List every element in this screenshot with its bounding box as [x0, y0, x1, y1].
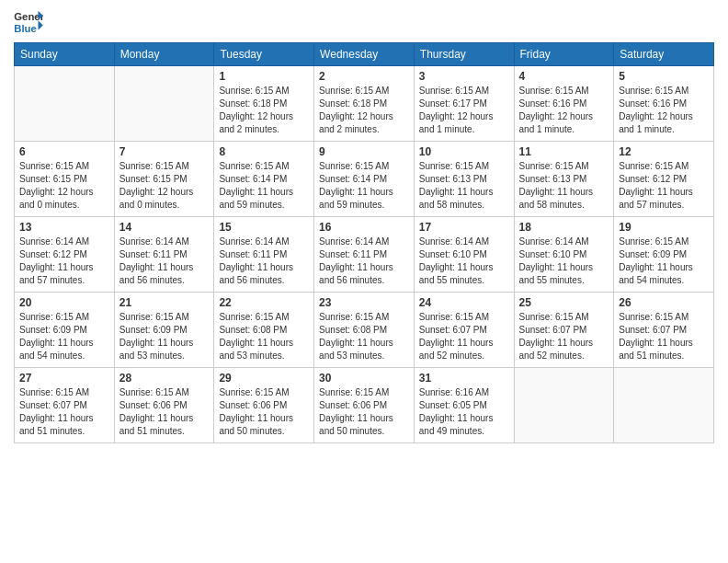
- day-number: 14: [119, 221, 210, 234]
- calendar-cell: 27Sunrise: 6:15 AMSunset: 6:07 PMDayligh…: [15, 368, 115, 443]
- day-info: Sunrise: 6:15 AMSunset: 6:07 PMDaylight:…: [619, 311, 709, 362]
- day-number: 8: [219, 145, 309, 158]
- day-info: Sunrise: 6:15 AMSunset: 6:18 PMDaylight:…: [219, 85, 309, 136]
- day-info: Sunrise: 6:14 AMSunset: 6:11 PMDaylight:…: [219, 236, 309, 287]
- weekday-label: Saturday: [614, 43, 714, 66]
- day-info: Sunrise: 6:15 AMSunset: 6:06 PMDaylight:…: [219, 386, 309, 438]
- day-number: 27: [19, 372, 109, 385]
- weekday-header-row: SundayMondayTuesdayWednesdayThursdayFrid…: [15, 43, 714, 66]
- day-number: 1: [219, 70, 309, 83]
- day-info: Sunrise: 6:15 AMSunset: 6:16 PMDaylight:…: [519, 85, 609, 136]
- day-info: Sunrise: 6:15 AMSunset: 6:09 PMDaylight:…: [19, 311, 109, 362]
- day-info: Sunrise: 6:15 AMSunset: 6:08 PMDaylight:…: [319, 311, 409, 362]
- calendar-week-row: 1Sunrise: 6:15 AMSunset: 6:18 PMDaylight…: [15, 66, 714, 142]
- calendar-cell: 29Sunrise: 6:15 AMSunset: 6:06 PMDayligh…: [214, 368, 314, 443]
- svg-text:Blue: Blue: [14, 23, 37, 34]
- day-info: Sunrise: 6:15 AMSunset: 6:07 PMDaylight:…: [519, 311, 609, 362]
- calendar-cell: 20Sunrise: 6:15 AMSunset: 6:09 PMDayligh…: [15, 293, 115, 368]
- calendar-cell: 28Sunrise: 6:15 AMSunset: 6:06 PMDayligh…: [114, 368, 214, 443]
- calendar-cell: 25Sunrise: 6:15 AMSunset: 6:07 PMDayligh…: [514, 293, 614, 368]
- day-number: 26: [619, 296, 709, 309]
- calendar-week-row: 20Sunrise: 6:15 AMSunset: 6:09 PMDayligh…: [15, 293, 714, 368]
- day-number: 24: [419, 296, 509, 309]
- day-number: 3: [419, 70, 509, 83]
- day-number: 6: [19, 145, 109, 158]
- calendar-cell: [114, 66, 214, 142]
- day-info: Sunrise: 6:15 AMSunset: 6:06 PMDaylight:…: [319, 386, 409, 438]
- day-number: 18: [519, 221, 609, 234]
- calendar-cell: 17Sunrise: 6:14 AMSunset: 6:10 PMDayligh…: [414, 217, 514, 293]
- day-info: Sunrise: 6:15 AMSunset: 6:09 PMDaylight:…: [119, 311, 210, 362]
- logo: General Blue: [14, 9, 43, 35]
- day-number: 15: [219, 221, 309, 234]
- day-info: Sunrise: 6:14 AMSunset: 6:10 PMDaylight:…: [519, 236, 609, 287]
- logo-icon: General Blue: [14, 9, 43, 35]
- day-number: 4: [519, 70, 609, 83]
- day-info: Sunrise: 6:15 AMSunset: 6:17 PMDaylight:…: [419, 85, 509, 136]
- calendar-page: General Blue SundayMondayTuesdayWednesda…: [0, 0, 728, 563]
- calendar-cell: 22Sunrise: 6:15 AMSunset: 6:08 PMDayligh…: [214, 293, 314, 368]
- calendar-cell: 2Sunrise: 6:15 AMSunset: 6:18 PMDaylight…: [314, 66, 415, 142]
- calendar-cell: 1Sunrise: 6:15 AMSunset: 6:18 PMDaylight…: [214, 66, 314, 142]
- day-number: 31: [419, 372, 509, 385]
- day-number: 16: [319, 221, 409, 234]
- calendar-cell: 31Sunrise: 6:16 AMSunset: 6:05 PMDayligh…: [414, 368, 514, 443]
- calendar-cell: 19Sunrise: 6:15 AMSunset: 6:09 PMDayligh…: [614, 217, 714, 293]
- day-info: Sunrise: 6:15 AMSunset: 6:14 PMDaylight:…: [319, 160, 409, 212]
- day-info: Sunrise: 6:15 AMSunset: 6:14 PMDaylight:…: [219, 160, 309, 212]
- day-number: 2: [319, 70, 409, 83]
- day-info: Sunrise: 6:14 AMSunset: 6:12 PMDaylight:…: [19, 236, 109, 287]
- calendar-cell: 18Sunrise: 6:14 AMSunset: 6:10 PMDayligh…: [514, 217, 614, 293]
- calendar-cell: 10Sunrise: 6:15 AMSunset: 6:13 PMDayligh…: [414, 142, 514, 217]
- weekday-label: Sunday: [15, 43, 115, 66]
- day-info: Sunrise: 6:15 AMSunset: 6:15 PMDaylight:…: [119, 160, 210, 212]
- day-info: Sunrise: 6:15 AMSunset: 6:16 PMDaylight:…: [619, 85, 709, 136]
- calendar-cell: 5Sunrise: 6:15 AMSunset: 6:16 PMDaylight…: [614, 66, 714, 142]
- calendar-body: 1Sunrise: 6:15 AMSunset: 6:18 PMDaylight…: [15, 66, 714, 443]
- calendar-cell: 11Sunrise: 6:15 AMSunset: 6:13 PMDayligh…: [514, 142, 614, 217]
- day-info: Sunrise: 6:14 AMSunset: 6:11 PMDaylight:…: [119, 236, 210, 287]
- day-number: 25: [519, 296, 609, 309]
- weekday-label: Tuesday: [214, 43, 314, 66]
- day-number: 19: [619, 221, 709, 234]
- calendar-cell: 12Sunrise: 6:15 AMSunset: 6:12 PMDayligh…: [614, 142, 714, 217]
- day-info: Sunrise: 6:15 AMSunset: 6:07 PMDaylight:…: [19, 386, 109, 438]
- day-info: Sunrise: 6:15 AMSunset: 6:06 PMDaylight:…: [119, 386, 210, 438]
- day-number: 13: [19, 221, 109, 234]
- day-number: 7: [119, 145, 210, 158]
- weekday-label: Thursday: [414, 43, 514, 66]
- day-number: 21: [119, 296, 210, 309]
- day-info: Sunrise: 6:15 AMSunset: 6:15 PMDaylight:…: [19, 160, 109, 212]
- day-number: 22: [219, 296, 309, 309]
- calendar-cell: 23Sunrise: 6:15 AMSunset: 6:08 PMDayligh…: [314, 293, 415, 368]
- calendar-table: SundayMondayTuesdayWednesdayThursdayFrid…: [14, 42, 714, 443]
- day-number: 29: [219, 372, 309, 385]
- calendar-cell: 4Sunrise: 6:15 AMSunset: 6:16 PMDaylight…: [514, 66, 614, 142]
- day-number: 30: [319, 372, 409, 385]
- calendar-cell: [15, 66, 115, 142]
- day-number: 5: [619, 70, 709, 83]
- day-info: Sunrise: 6:15 AMSunset: 6:08 PMDaylight:…: [219, 311, 309, 362]
- calendar-cell: [614, 368, 714, 443]
- day-number: 20: [19, 296, 109, 309]
- day-number: 9: [319, 145, 409, 158]
- day-number: 17: [419, 221, 509, 234]
- day-number: 12: [619, 145, 709, 158]
- day-number: 11: [519, 145, 609, 158]
- day-info: Sunrise: 6:15 AMSunset: 6:18 PMDaylight:…: [319, 85, 409, 136]
- calendar-cell: 24Sunrise: 6:15 AMSunset: 6:07 PMDayligh…: [414, 293, 514, 368]
- calendar-cell: 16Sunrise: 6:14 AMSunset: 6:11 PMDayligh…: [314, 217, 415, 293]
- day-info: Sunrise: 6:16 AMSunset: 6:05 PMDaylight:…: [419, 386, 509, 438]
- day-number: 28: [119, 372, 210, 385]
- calendar-cell: 14Sunrise: 6:14 AMSunset: 6:11 PMDayligh…: [114, 217, 214, 293]
- weekday-label: Monday: [114, 43, 214, 66]
- day-number: 23: [319, 296, 409, 309]
- calendar-cell: 15Sunrise: 6:14 AMSunset: 6:11 PMDayligh…: [214, 217, 314, 293]
- day-info: Sunrise: 6:15 AMSunset: 6:07 PMDaylight:…: [419, 311, 509, 362]
- calendar-cell: 6Sunrise: 6:15 AMSunset: 6:15 PMDaylight…: [15, 142, 115, 217]
- calendar-cell: 30Sunrise: 6:15 AMSunset: 6:06 PMDayligh…: [314, 368, 415, 443]
- day-info: Sunrise: 6:15 AMSunset: 6:09 PMDaylight:…: [619, 236, 709, 287]
- calendar-cell: 8Sunrise: 6:15 AMSunset: 6:14 PMDaylight…: [214, 142, 314, 217]
- calendar-cell: 21Sunrise: 6:15 AMSunset: 6:09 PMDayligh…: [114, 293, 214, 368]
- calendar-week-row: 6Sunrise: 6:15 AMSunset: 6:15 PMDaylight…: [15, 142, 714, 217]
